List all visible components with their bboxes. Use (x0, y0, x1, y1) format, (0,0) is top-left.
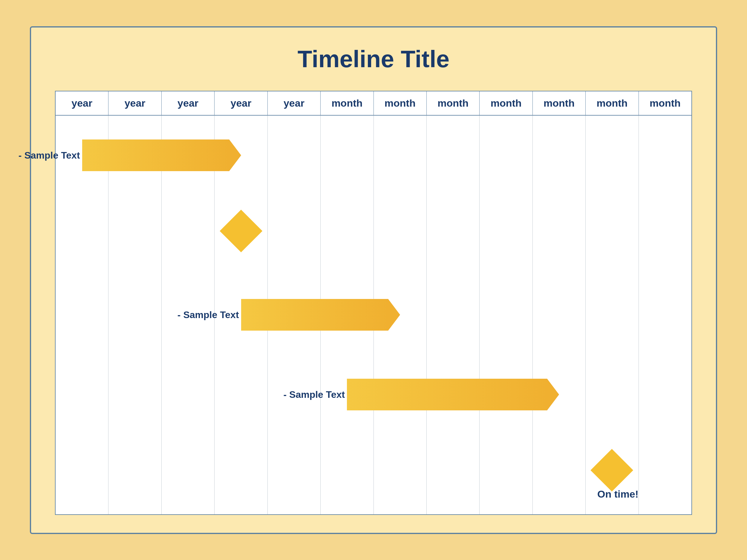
bar-item: - Sample Text (241, 299, 400, 331)
header-cell-4: year (268, 91, 320, 115)
header-cell-10: month (586, 91, 639, 115)
gantt-chart: yearyearyearyearyearmonthmonthmonthmonth… (55, 91, 692, 515)
bar-label: - Sample Text (19, 150, 80, 161)
header-cell-2: year (162, 91, 214, 115)
page-title: Timeline Title (298, 45, 449, 73)
bar-body (82, 139, 229, 171)
milestone-label: On time! (588, 488, 648, 500)
bar-item: - Sample Text (347, 379, 559, 411)
header-cell-7: month (427, 91, 480, 115)
header-cell-11: month (639, 91, 691, 115)
header-cell-9: month (533, 91, 586, 115)
gantt-row-1 (56, 195, 691, 275)
header-cell-1: year (108, 91, 161, 115)
bar-item: - Sample Text (82, 139, 241, 171)
header-cell-0: year (56, 91, 108, 115)
slide: Timeline Title yearyearyearyearyearmonth… (30, 26, 717, 534)
header-cell-5: month (320, 91, 374, 115)
bar-label: - Sample Text (178, 309, 239, 320)
bar-body (241, 299, 388, 331)
bar-arrow (229, 139, 241, 171)
header-cell-6: month (374, 91, 427, 115)
bar-body (347, 379, 547, 411)
bar-label: - Sample Text (284, 389, 345, 400)
header-cell-3: year (214, 91, 267, 115)
header-cell-8: month (480, 91, 533, 115)
bar-arrow (547, 379, 559, 410)
gantt-header: yearyearyearyearyearmonthmonthmonthmonth… (56, 91, 691, 115)
bar-arrow (388, 299, 400, 330)
gantt-body: - Sample Text- Sample Text- Sample TextO… (56, 115, 691, 514)
